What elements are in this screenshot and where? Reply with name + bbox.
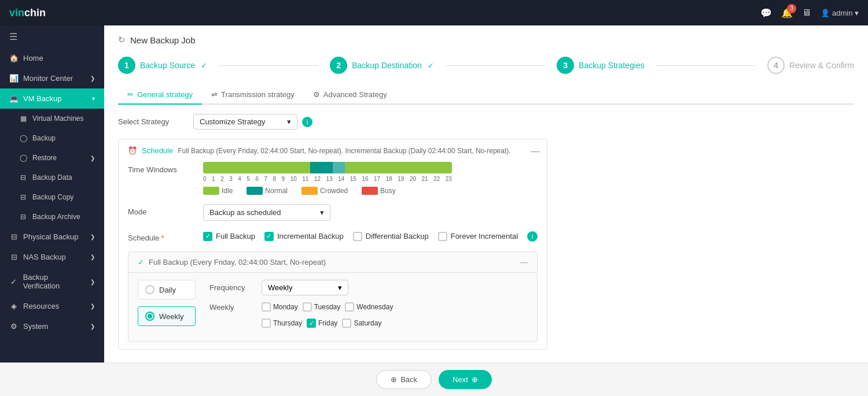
general-tab-icon: ✏ <box>127 90 134 99</box>
sidebar-item-monitor[interactable]: 📊 Monitor Center ❯ <box>0 68 104 88</box>
friday-checkbox[interactable] <box>307 319 316 328</box>
step-1-circle: 1 <box>118 57 135 74</box>
notifications-icon[interactable]: 🔔 3 <box>781 8 793 18</box>
step-2: 2 Backup Destination ✓ <box>330 57 434 74</box>
schedule-outer-row: ⏰ Schedule Full Backup (Every Friday, 02… <box>118 139 854 350</box>
weekly-radio[interactable] <box>145 312 155 321</box>
next-icon: ⊕ <box>472 375 478 384</box>
weekly-row: Weekly Monday Tuesday <box>209 302 528 312</box>
system-icon: ⚙ <box>9 322 19 331</box>
page-header: ↻ New Backup Job <box>118 35 854 45</box>
sidebar-item-virtual-machines[interactable]: ▦ Virtual Machines <box>0 109 104 128</box>
next-button[interactable]: Next ⊕ <box>439 370 492 389</box>
step-2-check: ✓ <box>428 61 434 70</box>
step-divider-2 <box>446 65 545 66</box>
checkbox-differential-backup[interactable]: Differential Backup <box>353 232 429 241</box>
sub-schedule-collapse-button[interactable]: — <box>520 258 528 267</box>
radio-daily[interactable]: Daily <box>138 280 196 299</box>
sidebar-item-vm-backup[interactable]: 💻 VM Backup ▾ <box>0 88 104 109</box>
tab-transmission[interactable]: ⇌ Transmission strategy <box>202 86 304 105</box>
sidebar-item-backup-copy[interactable]: ⊟ Backup Copy <box>0 187 104 207</box>
sub-schedule-title: Full Backup (Every Friday, 02:44:00 Star… <box>149 258 326 267</box>
sidebar-item-backup-archive[interactable]: ⊟ Backup Archive <box>0 207 104 227</box>
tuesday-checkbox[interactable] <box>303 302 312 312</box>
app-logo: vinchin <box>9 7 46 19</box>
schedule-header: ⏰ Schedule Full Backup (Every Friday, 02… <box>128 146 538 155</box>
full-backup-label: Full Backup <box>216 232 255 240</box>
tw-busy-label: Busy <box>380 187 396 195</box>
sidebar-label-resources: Resources <box>23 302 59 310</box>
monitor-center-icon: 📊 <box>9 74 19 83</box>
monitor-icon[interactable]: 🖥 <box>802 8 811 18</box>
strategy-info-icon[interactable]: i <box>302 117 312 127</box>
step-3-label: Backup Strategies <box>579 61 645 70</box>
tab-general[interactable]: ✏ General strategy <box>118 86 202 105</box>
admin-menu[interactable]: 👤 admin ▾ <box>821 9 859 17</box>
day-friday[interactable]: Friday <box>307 319 337 328</box>
tw-idle-1 <box>203 162 310 173</box>
schedule-collapse-button[interactable]: — <box>531 146 540 157</box>
step-1-label: Backup Source <box>140 61 195 70</box>
back-button[interactable]: ⊕ Back <box>376 370 432 389</box>
back-label: Back <box>400 375 417 384</box>
sidebar-item-restore[interactable]: ◯ Restore ❯ <box>0 148 104 168</box>
step-4-circle: 4 <box>767 57 785 74</box>
sidebar-item-home[interactable]: 🏠 Home <box>0 48 104 68</box>
strategy-select[interactable]: Customize Strategy ▾ <box>193 114 297 129</box>
differential-backup-checkbox[interactable] <box>353 232 362 241</box>
daily-radio[interactable] <box>145 285 155 294</box>
day-tuesday[interactable]: Tuesday <box>303 302 341 312</box>
incremental-backup-checkbox[interactable] <box>264 232 274 241</box>
schedule-checkbox-group: Full Backup Incremental Backup Different… <box>203 231 538 242</box>
thursday-checkbox[interactable] <box>262 319 271 328</box>
monday-checkbox[interactable] <box>262 302 271 312</box>
full-backup-checkbox[interactable] <box>203 232 212 241</box>
sidebar-item-resources[interactable]: ◈ Resources ❯ <box>0 296 104 316</box>
radio-weekly[interactable]: Weekly <box>138 306 196 326</box>
checkbox-incremental-backup[interactable]: Incremental Backup <box>264 232 344 241</box>
wednesday-checkbox[interactable] <box>345 302 354 312</box>
bottom-bar: ⊕ Back Next ⊕ <box>0 362 868 396</box>
step-2-circle: 2 <box>330 57 347 74</box>
mode-value: Backup as scheduled <box>209 208 281 217</box>
day-thursday[interactable]: Thursday <box>262 319 302 328</box>
sidebar-item-backup[interactable]: ◯ Backup <box>0 128 104 148</box>
back-icon: ⊕ <box>391 375 397 384</box>
saturday-checkbox[interactable] <box>342 319 351 328</box>
topbar: vinchin 💬 🔔 3 🖥 👤 admin ▾ <box>0 0 868 25</box>
backup-data-icon: ⊟ <box>19 173 28 182</box>
backup-copy-icon: ⊟ <box>19 193 28 201</box>
sidebar-toggle[interactable]: ☰ <box>0 25 104 48</box>
sidebar-item-backup-verification[interactable]: ✓ Backup Verification ❯ <box>0 267 104 296</box>
messages-icon[interactable]: 💬 <box>760 8 772 18</box>
tw-busy-color <box>362 187 378 195</box>
schedule-box: ⏰ Schedule Full Backup (Every Friday, 02… <box>118 139 547 350</box>
sidebar-item-backup-data[interactable]: ⊟ Backup Data <box>0 168 104 187</box>
sidebar-item-nas-backup[interactable]: ⊟ NAS Backup ❯ <box>0 247 104 267</box>
forever-incremental-checkbox[interactable] <box>438 232 447 241</box>
sidebar-label-restore: Restore <box>32 154 57 162</box>
tw-idle-2 <box>345 162 452 173</box>
logo-suffix: chin <box>24 7 46 18</box>
sidebar-label-monitor: Monitor Center <box>23 74 73 83</box>
tw-idle-color <box>203 187 219 195</box>
sidebar-item-system[interactable]: ⚙ System ❯ <box>0 316 104 336</box>
sub-header-check-icon: ✓ <box>138 258 144 267</box>
strategy-tabs: ✏ General strategy ⇌ Transmission strate… <box>118 86 854 105</box>
sidebar-item-physical-backup[interactable]: ⊟ Physical Backup ❯ <box>0 227 104 247</box>
tab-advanced[interactable]: ⚙ Advanced Strategy <box>304 86 396 105</box>
sidebar-label-vm-backup: VM Backup <box>23 94 61 103</box>
day-wednesday[interactable]: Wednesday <box>345 302 393 312</box>
sidebar: ☰ 🏠 Home 📊 Monitor Center ❯ 💻 VM Backup … <box>0 25 104 362</box>
page-title: New Backup Job <box>130 35 196 45</box>
schedule-info-icon[interactable]: i <box>527 231 538 242</box>
frequency-select[interactable]: Weekly ▾ <box>262 280 348 295</box>
strategy-select-arrow: ▾ <box>287 117 291 126</box>
day-saturday[interactable]: Saturday <box>342 319 381 328</box>
checkbox-full-backup[interactable]: Full Backup <box>203 232 255 241</box>
checkbox-forever-incremental[interactable]: Forever Incremental <box>438 232 518 241</box>
day-monday[interactable]: Monday <box>262 302 298 312</box>
nas-backup-icon: ⊟ <box>9 253 19 261</box>
select-strategy-control: Customize Strategy ▾ i <box>193 114 312 129</box>
mode-select[interactable]: Backup as scheduled ▾ <box>203 204 330 221</box>
